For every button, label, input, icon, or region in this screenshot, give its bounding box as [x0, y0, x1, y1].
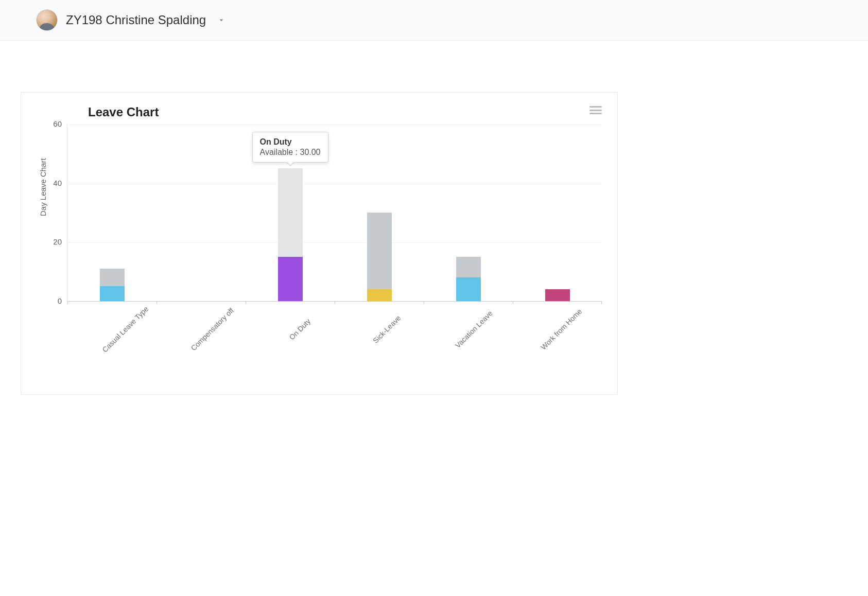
x-tick-label: Casual Leave Type [92, 295, 159, 363]
stacked-bar [456, 257, 481, 301]
page-header: ZY198 Christine Spalding [0, 0, 868, 41]
x-tick-label: Compensatory off [179, 295, 246, 363]
bar-segment-available [367, 213, 392, 289]
tooltip-title: On Duty [260, 137, 321, 147]
bar-slot[interactable] [157, 125, 246, 301]
tooltip-tail [286, 162, 294, 166]
bar-slot[interactable] [67, 125, 157, 301]
x-tick-label: On Duty [266, 295, 333, 363]
bar-slot[interactable] [513, 125, 602, 301]
content-area: Leave Chart Day Leave Chart 6040200 On D… [0, 41, 868, 415]
y-axis-labels: 6040200 [49, 125, 67, 302]
x-axis-labels-wrapper: Casual Leave TypeCompensatory offOn Duty… [37, 302, 602, 363]
chart-title: Leave Chart [88, 105, 159, 119]
leave-chart-card: Leave Chart Day Leave Chart 6040200 On D… [21, 92, 618, 395]
bar-segment-available [278, 168, 303, 257]
plot-area[interactable]: On DutyAvailable : 30.00 [67, 125, 602, 302]
employee-selector-label[interactable]: ZY198 Christine Spalding [66, 13, 206, 27]
stacked-bar [100, 269, 125, 301]
bar-segment-booked [456, 277, 481, 301]
bar-segment-booked [545, 289, 570, 301]
bar-slot[interactable] [424, 125, 513, 301]
tooltip-value: Available : 30.00 [260, 148, 321, 157]
x-tick-label: Vacation Leave [440, 295, 508, 363]
stacked-bar [367, 213, 392, 301]
chart-tooltip: On DutyAvailable : 30.00 [252, 132, 328, 163]
x-tick-label: Sick-Leave [353, 295, 421, 363]
bar-segment-booked [367, 289, 392, 301]
y-axis-title: Day Leave Chart [37, 141, 49, 234]
bar-segment-booked [278, 257, 303, 301]
bar-segment-available [100, 269, 125, 286]
chart-body: Day Leave Chart 6040200 On DutyAvailable… [37, 125, 602, 302]
stacked-bar [545, 289, 570, 301]
chevron-down-icon[interactable] [217, 16, 225, 24]
x-axis-labels: Casual Leave TypeCompensatory offOn Duty… [79, 311, 602, 319]
bars-row [67, 125, 602, 301]
avatar[interactable] [36, 9, 58, 31]
bar-segment-booked [100, 286, 125, 301]
bar-segment-available [456, 257, 481, 277]
bar-slot[interactable] [335, 125, 424, 301]
chart-menu-icon[interactable] [589, 105, 602, 115]
chart-header: Leave Chart [37, 105, 602, 119]
x-tick-label: Work from Home [527, 295, 595, 363]
stacked-bar [278, 168, 303, 301]
